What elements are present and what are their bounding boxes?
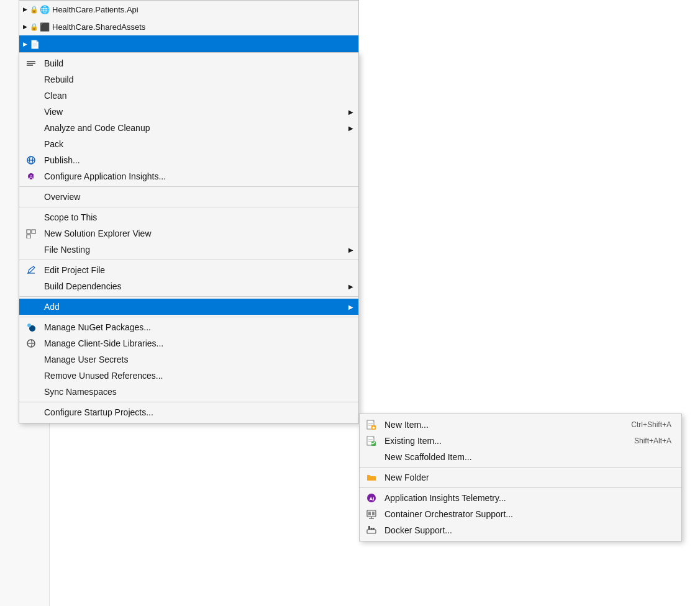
menu-item-user-secrets[interactable]: Manage User Secrets <box>19 351 358 368</box>
menu-label-publish: Publish... <box>44 155 348 165</box>
svg-rect-9 <box>32 230 35 233</box>
separator-1 <box>19 186 358 187</box>
submenu-label-existing-item: Existing Item... <box>384 436 609 446</box>
menu-item-configure-startup[interactable]: Configure Startup Projects... <box>19 404 358 420</box>
arrow-analyze: ▶ <box>348 125 353 132</box>
submenu-item-docker-support[interactable]: Docker Support... <box>360 522 681 538</box>
menu-item-add[interactable]: Add ▶ <box>19 299 358 315</box>
menu-label-overview: Overview <box>44 192 348 202</box>
menu-item-view[interactable]: View ▶ <box>19 104 358 120</box>
menu-label-add: Add <box>44 302 348 312</box>
shortcut-new-item: Ctrl+Shift+A <box>606 420 671 429</box>
folder-icon <box>365 471 378 484</box>
separator-3 <box>19 260 358 260</box>
svg-line-29 <box>372 443 373 445</box>
submenu-item-new-folder[interactable]: New Folder <box>360 469 681 486</box>
nuget-icon <box>24 320 38 334</box>
publish-icon <box>24 153 38 167</box>
submenu-item-scaffolded[interactable]: New Scaffolded Item... <box>360 449 681 465</box>
menu-label-configure-startup: Configure Startup Projects... <box>44 407 348 417</box>
menu-item-build-deps[interactable]: Build Dependencies ▶ <box>19 278 358 294</box>
submenu-item-existing-item[interactable]: Existing Item... Shift+Alt+A <box>360 433 681 449</box>
container-orchestrator-icon <box>365 507 378 521</box>
globe-icon-patients: 🌐 <box>40 5 50 14</box>
sol-item-patients-api[interactable]: ▶ 🔒 🌐 HealthCare.Patients.Api <box>19 1 358 18</box>
menu-item-nuget[interactable]: Manage NuGet Packages... <box>19 319 358 335</box>
svg-text:AI: AI <box>370 496 375 502</box>
expand-arrow-selected: ▶ <box>23 41 27 47</box>
menu-label-rebuild: Rebuild <box>44 75 348 84</box>
submenu-label-new-item: New Item... <box>384 420 606 430</box>
menu-item-sync-ns[interactable]: Sync Namespaces <box>19 384 358 400</box>
menu-item-analyze[interactable]: Analyze and Code Cleanup ▶ <box>19 120 358 136</box>
sol-label-patients: HealthCare.Patients.Api <box>52 5 139 14</box>
separator-6 <box>19 402 358 402</box>
svg-point-13 <box>27 323 31 327</box>
menu-item-overview[interactable]: Overview <box>19 189 358 205</box>
docker-support-icon <box>365 523 378 537</box>
file-icon-selected: 📄 <box>30 40 40 49</box>
submenu-label-docker-support: Docker Support... <box>384 525 671 535</box>
separator-2 <box>19 207 358 207</box>
submenu-label-app-insights: Application Insights Telemetry... <box>384 493 671 503</box>
submenu-item-new-item[interactable]: New Item... Ctrl+Shift+A <box>360 417 681 433</box>
menu-label-sync-ns: Sync Namespaces <box>44 387 348 397</box>
expand-arrow-patients: ▶ <box>23 6 27 12</box>
svg-rect-1 <box>27 63 35 64</box>
menu-item-scope[interactable]: Scope to This <box>19 209 358 225</box>
sol-view-icon <box>24 227 38 240</box>
submenu-label-scaffolded: New Scaffolded Item... <box>384 452 671 462</box>
app-insights-add-icon: AI <box>365 491 378 505</box>
menu-item-clean[interactable]: Clean <box>19 88 358 104</box>
menu-item-file-nesting[interactable]: File Nesting ▶ <box>19 242 358 258</box>
menu-label-file-nesting: File Nesting <box>44 245 348 255</box>
new-item-icon <box>365 418 378 432</box>
existing-item-icon <box>365 434 378 448</box>
svg-rect-38 <box>368 528 370 530</box>
lock-icon-shared: 🔒 <box>30 23 39 31</box>
submenu-item-container-orchestrator[interactable]: Container Orchestrator Support... <box>360 506 681 522</box>
menu-label-view: View <box>44 107 348 117</box>
menu-item-rebuild[interactable]: Rebuild <box>19 71 358 88</box>
svg-rect-34 <box>372 512 375 515</box>
svg-rect-0 <box>27 61 35 62</box>
menu-label-scope: Scope to This <box>44 212 348 222</box>
menu-label-client-libs: Manage Client-Side Libraries... <box>44 338 348 348</box>
menu-item-edit-project[interactable]: Edit Project File <box>19 262 358 278</box>
submenu-item-app-insights[interactable]: AI Application Insights Telemetry... <box>360 490 681 506</box>
edit-project-icon <box>24 263 38 277</box>
solution-header: ▶ 🔒 🌐 HealthCare.Patients.Api ▶ 🔒 ⬛ Heal… <box>19 0 359 53</box>
menu-label-insights: Configure Application Insights... <box>44 171 348 181</box>
menu-item-pack[interactable]: Pack <box>19 136 358 152</box>
context-menu: Build Rebuild Clean View ▶ Analyze and C… <box>19 52 359 423</box>
svg-rect-8 <box>27 230 30 233</box>
menu-label-user-secrets: Manage User Secrets <box>44 355 348 364</box>
svg-rect-40 <box>373 528 375 530</box>
add-submenu: New Item... Ctrl+Shift+A Existing Item..… <box>359 414 682 541</box>
lock-icon-patients: 🔒 <box>30 6 39 14</box>
sol-item-selected[interactable]: ▶ 📄 <box>19 35 358 53</box>
menu-item-insights[interactable]: AI Configure Application Insights... <box>19 168 358 184</box>
submenu-label-new-folder: New Folder <box>384 473 671 482</box>
submenu-label-container-orchestrator: Container Orchestrator Support... <box>384 509 671 519</box>
menu-item-publish[interactable]: Publish... <box>19 152 358 168</box>
menu-item-client-libs[interactable]: Manage Client-Side Libraries... <box>19 335 358 351</box>
menu-label-edit-project: Edit Project File <box>44 265 348 275</box>
svg-rect-33 <box>368 512 371 515</box>
svg-text:AI: AI <box>29 174 35 180</box>
separator-5 <box>19 317 358 317</box>
class-icon-shared: ⬛ <box>40 22 50 32</box>
arrow-view: ▶ <box>348 109 353 115</box>
sub-separator-1 <box>360 467 681 468</box>
svg-rect-10 <box>27 235 30 238</box>
shortcut-existing-item: Shift+Alt+A <box>609 436 671 445</box>
menu-item-remove-unused[interactable]: Remove Unused References... <box>19 368 358 384</box>
menu-item-build[interactable]: Build <box>19 55 358 71</box>
menu-label-nuget: Manage NuGet Packages... <box>44 322 348 332</box>
sol-item-shared-assets[interactable]: ▶ 🔒 ⬛ HealthCare.SharedAssets <box>19 18 358 35</box>
svg-rect-41 <box>368 526 370 528</box>
menu-item-sol-view[interactable]: New Solution Explorer View <box>19 225 358 242</box>
menu-label-remove-unused: Remove Unused References... <box>44 371 348 381</box>
svg-rect-2 <box>27 65 33 66</box>
separator-4 <box>19 296 358 297</box>
